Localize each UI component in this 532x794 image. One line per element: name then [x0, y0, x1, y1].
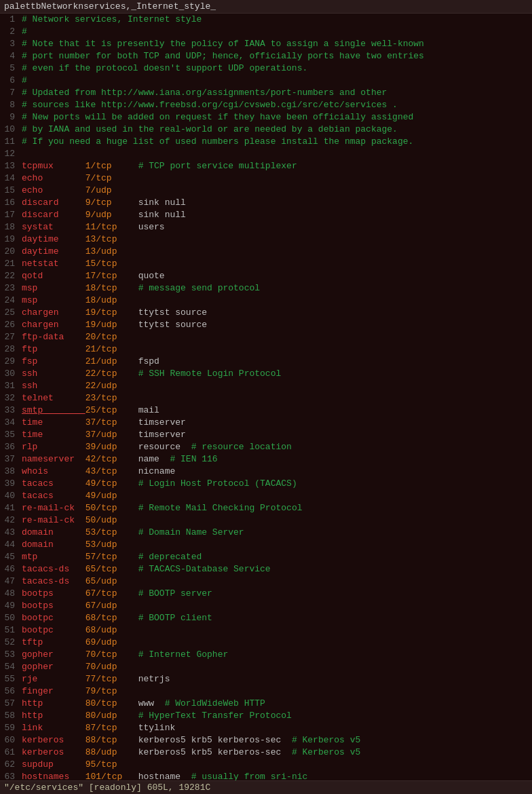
port-proto: 79/tcp — [86, 686, 138, 696]
line-number: 53 — [0, 649, 19, 661]
table-row: 31ssh 22/udp — [0, 380, 532, 392]
table-row: 2# — [0, 26, 532, 38]
line-content: tftp 69/udp — [19, 637, 532, 649]
port-proto: 7/udp — [86, 185, 138, 195]
line-number: 40 — [0, 490, 19, 502]
service-name: link — [22, 723, 86, 733]
line-content: tacacs 49/tcp # Login Host Protocol (TAC… — [19, 478, 532, 490]
alias: nicname — [138, 466, 186, 476]
line-content: http 80/udp # HyperText Transfer Protoco… — [19, 710, 532, 722]
comment-text: # If you need a huge list of used number… — [22, 136, 413, 147]
alias: timserver — [138, 430, 197, 440]
port-proto: 57/tcp — [86, 552, 138, 562]
line-content: fsp 21/udp fspd — [19, 356, 532, 368]
line-content: gopher 70/tcp # Internet Gopher — [19, 649, 532, 661]
line-number: 38 — [0, 466, 19, 478]
line-number: 49 — [0, 600, 19, 612]
title-text: palettbNetworknservices,_Internet_style_ — [4, 1, 216, 12]
service-name: tacacs — [22, 491, 86, 501]
service-name: re-mail-ck — [22, 515, 86, 525]
service-name: gopher — [22, 649, 86, 660]
line-number: 12 — [0, 148, 19, 160]
line-content: # by IANA and used in the real-world or … — [19, 124, 532, 136]
service-name: ftp-data — [22, 332, 86, 342]
line-content: bootpc 68/tcp # BOOTP client — [19, 612, 532, 624]
port-proto: 37/tcp — [86, 417, 138, 428]
line-number: 48 — [0, 588, 19, 600]
table-row: 46tacacs-ds 65/tcp # TACACS-Database Ser… — [0, 563, 532, 575]
line-content: tcpmux 1/tcp # TCP port service multiple… — [19, 160, 532, 172]
line-number: 36 — [0, 441, 19, 453]
table-row: 29fsp 21/udp fspd — [0, 356, 532, 368]
port-proto: 67/udp — [86, 601, 138, 611]
service-name: domain — [22, 540, 86, 550]
port-proto: 25/tcp — [86, 405, 138, 415]
port-proto: 9/udp — [86, 210, 138, 220]
line-content: whois 43/tcp nicname — [19, 466, 532, 478]
line-number: 39 — [0, 478, 19, 490]
line-content: rje 77/tcp netrjs — [19, 673, 532, 685]
table-row: 3# Note that it is presently the policy … — [0, 38, 532, 50]
service-name: bootps — [22, 601, 86, 611]
table-row: 14echo 7/tcp — [0, 172, 532, 185]
line-content: # Network services, Internet style — [19, 14, 532, 26]
line-content: time 37/udp timserver — [19, 429, 532, 441]
table-row: 16discard 9/tcp sink null — [0, 197, 532, 209]
alias: name — [138, 454, 170, 464]
line-content: bootpc 68/udp — [19, 624, 532, 637]
editor: palettbNetworknservices,_Internet_style_… — [0, 0, 532, 794]
service-name: echo — [22, 173, 86, 183]
service-name: chargen — [22, 320, 86, 330]
port-proto: 87/tcp — [86, 723, 138, 733]
line-content: # New ports will be added on request if … — [19, 111, 532, 124]
line-number: 21 — [0, 258, 19, 270]
port-proto: 80/tcp — [86, 698, 138, 708]
comment-text: # even if the protocol doesn't support U… — [22, 63, 307, 73]
alias: kerberos5 krb5 kerberos-sec — [138, 747, 292, 757]
port-proto: 19/udp — [86, 320, 138, 330]
line-number: 61 — [0, 746, 19, 759]
service-name: domain — [22, 527, 86, 537]
line-number: 25 — [0, 307, 19, 319]
line-number: 47 — [0, 575, 19, 588]
table-row: 56finger 79/tcp — [0, 685, 532, 698]
service-name: ftp — [22, 344, 86, 354]
port-proto: 13/tcp — [86, 234, 138, 244]
inline-comment: # Kerberos v5 — [292, 735, 360, 745]
table-row: 1# Network services, Internet style — [0, 14, 532, 26]
table-row: 24msp 18/udp — [0, 295, 532, 307]
service-name: daytime — [22, 234, 86, 244]
port-proto: 65/tcp — [86, 564, 138, 574]
line-content: # If you need a huge list of used number… — [19, 136, 532, 148]
alias: www — [138, 698, 165, 708]
service-name: mtp — [22, 552, 86, 562]
table-row: 23msp 18/tcp # message send protocol — [0, 282, 532, 295]
table-row: 21netstat 15/tcp — [0, 258, 532, 270]
table-row: 55rje 77/tcp netrjs — [0, 673, 532, 685]
table-row: 20daytime 13/udp — [0, 246, 532, 258]
port-proto: 80/udp — [86, 711, 138, 721]
line-content: # Updated from http://www.iana.org/assig… — [19, 87, 532, 99]
table-row: 26chargen 19/udp ttytst source — [0, 319, 532, 331]
port-proto: 18/tcp — [86, 283, 138, 293]
table-row: 57http 80/tcp www # WorldWideWeb HTTP — [0, 698, 532, 710]
service-name: tcpmux — [22, 161, 86, 171]
table-row: 7# Updated from http://www.iana.org/assi… — [0, 87, 532, 99]
table-row: 47tacacs-ds 65/udp — [0, 575, 532, 588]
service-name: gopher — [22, 662, 86, 672]
port-proto: 65/udp — [86, 576, 138, 586]
table-row: 51bootpc 68/udp — [0, 624, 532, 637]
service-name: bootpc — [22, 613, 86, 623]
line-content — [19, 148, 532, 160]
line-number: 41 — [0, 502, 19, 514]
table-row: 59link 87/tcp ttylink — [0, 722, 532, 734]
line-number: 31 — [0, 380, 19, 392]
alias: users — [138, 222, 176, 232]
table-row: 40tacacs 49/udp — [0, 490, 532, 502]
inline-comment: # HyperText Transfer Protocol — [138, 711, 292, 721]
alias: kerberos5 krb5 kerberos-sec — [138, 735, 292, 745]
line-content: re-mail-ck 50/udp — [19, 514, 532, 527]
line-content: http 80/tcp www # WorldWideWeb HTTP — [19, 698, 532, 710]
code-area: 1# Network services, Internet style2#3# … — [0, 14, 532, 794]
port-proto: 7/tcp — [86, 173, 138, 183]
